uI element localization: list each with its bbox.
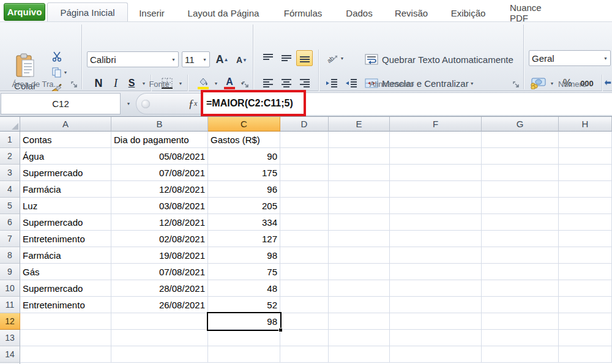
cell-F11[interactable] (390, 297, 482, 313)
cell-H2[interactable] (559, 148, 612, 165)
cell-C14[interactable] (208, 346, 280, 363)
cell-D8[interactable] (280, 247, 329, 264)
cell-C8[interactable]: 98 (208, 247, 280, 264)
row-header-1[interactable]: 1 (0, 132, 20, 148)
cell-C11[interactable]: 52 (208, 297, 280, 313)
cell-D9[interactable] (280, 264, 329, 280)
font-color-button[interactable]: A (222, 75, 237, 92)
cell-E3[interactable] (329, 165, 390, 181)
cell-D10[interactable] (280, 280, 329, 297)
col-header-E[interactable]: E (329, 117, 390, 132)
cell-A11[interactable]: Entretenimento (20, 297, 111, 313)
cell-H4[interactable] (559, 181, 612, 198)
tab-inserir[interactable]: Inserir (131, 5, 173, 21)
formula-text[interactable]: =MAIOR(C2:C11;5) (203, 98, 293, 109)
cell-B12[interactable] (111, 313, 208, 330)
cell-D1[interactable] (280, 132, 329, 148)
cell-B11[interactable]: 26/08/2021 (111, 297, 208, 313)
decrease-font-size-button[interactable]: A▼ (233, 53, 250, 67)
increase-font-size-button[interactable]: A▲ (213, 51, 231, 67)
cell-B5[interactable]: 03/08/2021 (111, 198, 208, 214)
tab-nuance-pdf[interactable]: Nuance PDF (510, 5, 559, 21)
cell-H8[interactable] (559, 247, 612, 264)
cell-G3[interactable] (482, 165, 559, 181)
cell-A9[interactable]: Gás (20, 264, 111, 280)
cell-B13[interactable] (111, 330, 208, 346)
row-header-6[interactable]: 6 (0, 214, 20, 231)
cell-D13[interactable] (280, 330, 329, 346)
italic-button[interactable]: I (109, 75, 122, 92)
cell-E2[interactable] (329, 148, 390, 165)
cell-F13[interactable] (390, 330, 482, 346)
cell-C7[interactable]: 127 (208, 231, 280, 247)
cell-F1[interactable] (390, 132, 482, 148)
cell-G7[interactable] (482, 231, 559, 247)
align-left-button[interactable] (259, 75, 276, 91)
cell-C10[interactable]: 48 (208, 280, 280, 297)
cell-C5[interactable]: 205 (208, 198, 280, 214)
cell-E14[interactable] (329, 346, 390, 363)
fill-color-button[interactable] (195, 75, 212, 92)
cell-D12[interactable] (280, 313, 329, 330)
cell-C1[interactable]: Gastos (R$) (208, 132, 280, 148)
cell-G9[interactable] (482, 264, 559, 280)
tab-pagina-inicial[interactable]: Página Inicial (47, 2, 128, 21)
cell-B1[interactable]: Dia do pagamento (111, 132, 208, 148)
cell-H3[interactable] (559, 165, 612, 181)
cell-E9[interactable] (329, 264, 390, 280)
tab-layout-da-pagina[interactable]: Layout da Página (184, 5, 263, 21)
cell-B9[interactable]: 07/08/2021 (111, 264, 208, 280)
cell-B10[interactable]: 28/08/2021 (111, 280, 208, 297)
font-name-combobox[interactable]: Calibri ▼ (87, 51, 179, 67)
col-header-B[interactable]: B (111, 117, 208, 132)
cell-A8[interactable]: Farmácia (20, 247, 111, 264)
alignment-dialog-launcher-icon[interactable] (513, 80, 520, 87)
align-right-button[interactable] (296, 75, 313, 91)
cell-D4[interactable] (280, 181, 329, 198)
cell-G4[interactable] (482, 181, 559, 198)
cell-G11[interactable] (482, 297, 559, 313)
cell-C9[interactable]: 75 (208, 264, 280, 280)
cell-H10[interactable] (559, 280, 612, 297)
cell-G6[interactable] (482, 214, 559, 231)
cell-H11[interactable] (559, 297, 612, 313)
cell-B6[interactable]: 12/08/2021 (111, 214, 208, 231)
row-header-14[interactable]: 14 (0, 346, 20, 363)
cell-G1[interactable] (482, 132, 559, 148)
clipboard-dialog-launcher-icon[interactable] (71, 80, 78, 87)
cell-G13[interactable] (482, 330, 559, 346)
row-header-3[interactable]: 3 (0, 165, 20, 181)
col-header-C[interactable]: C (208, 117, 280, 132)
cell-E6[interactable] (329, 214, 390, 231)
name-box-arrow[interactable]: ▼ (121, 93, 135, 114)
tab-exibicao[interactable]: Exibição (449, 5, 488, 21)
cell-B7[interactable]: 02/08/2021 (111, 231, 208, 247)
col-header-G[interactable]: G (482, 117, 559, 132)
number-format-combobox[interactable]: Geral ▼ (529, 50, 611, 66)
cell-C12[interactable]: 98 (208, 313, 280, 330)
cell-G8[interactable] (482, 247, 559, 264)
cell-F7[interactable] (390, 231, 482, 247)
cell-G12[interactable] (482, 313, 559, 330)
cell-G14[interactable] (482, 346, 559, 363)
cell-H9[interactable] (559, 264, 612, 280)
cell-F3[interactable] (390, 165, 482, 181)
font-dialog-launcher-icon[interactable] (242, 80, 250, 87)
cell-A2[interactable]: Água (20, 148, 111, 165)
cell-H5[interactable] (559, 198, 612, 214)
align-top-button[interactable] (259, 50, 276, 66)
cell-F14[interactable] (390, 346, 482, 363)
fill-color-options-arrow[interactable]: ▼ (212, 75, 219, 92)
col-header-H[interactable]: H (559, 117, 612, 132)
cell-F6[interactable] (390, 214, 482, 231)
cell-B3[interactable]: 07/08/2021 (111, 165, 208, 181)
cell-D2[interactable] (280, 148, 329, 165)
cell-A13[interactable] (20, 330, 111, 346)
cell-E10[interactable] (329, 280, 390, 297)
row-header-13[interactable]: 13 (0, 330, 20, 346)
copy-button[interactable]: ▼ (49, 65, 70, 80)
cell-E7[interactable] (329, 231, 390, 247)
cell-H14[interactable] (559, 346, 612, 363)
row-header-4[interactable]: 4 (0, 181, 20, 198)
cell-E13[interactable] (329, 330, 390, 346)
